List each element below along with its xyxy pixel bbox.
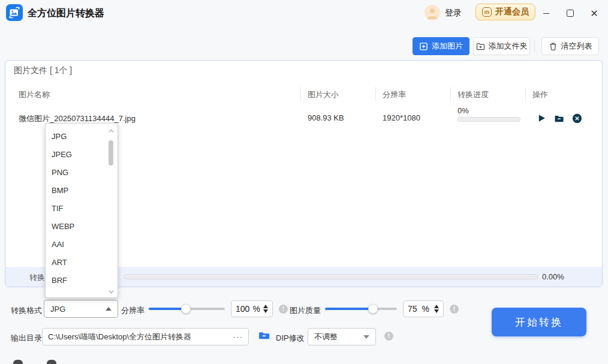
user-avatar[interactable] [425, 5, 440, 20]
format-dropdown-list: JPG JPEG PNG BMP TIF WEBP AAI ART BRF [45, 123, 118, 298]
dip-value: 不调整 [314, 332, 338, 342]
quality-stepper[interactable] [434, 305, 439, 313]
vip-button-label: 开通会员 [495, 7, 529, 17]
overall-progress-bar [124, 274, 538, 279]
browse-button[interactable]: ··· [233, 332, 243, 341]
quality-value: 75 [408, 304, 417, 314]
stepper-up-icon[interactable] [263, 305, 268, 308]
minimize-icon: ─ [543, 8, 549, 18]
chevron-down-icon [363, 335, 369, 339]
trash-icon [549, 42, 558, 51]
output-path-value: C:\Users\喵喵\Desktop\全方位图片转换器 [48, 332, 191, 342]
app-title: 全方位图片转换器 [28, 7, 104, 20]
resolution-unit: % [252, 304, 260, 314]
add-folder-label: 添加文件夹 [489, 41, 528, 52]
add-folder-button[interactable]: 添加文件夹 [473, 37, 530, 55]
output-path-field[interactable]: C:\Users\喵喵\Desktop\全方位图片转换器 ··· [42, 328, 249, 345]
resolution-slider[interactable] [149, 308, 225, 310]
quality-spinbox[interactable]: 75 % [403, 300, 444, 317]
file-size: 908.93 KB [308, 113, 344, 122]
image-convert-icon [6, 4, 23, 21]
quality-slider-thumb[interactable] [368, 304, 378, 314]
resolution-value: 100 [236, 304, 249, 314]
row-progress-percent: 0% [457, 106, 469, 115]
output-dir-label: 输出目录 [11, 333, 42, 344]
resolution-slider-fill [149, 308, 186, 310]
column-header-name: 图片名称 [19, 89, 50, 100]
dropdown-scrollbar[interactable] [107, 127, 115, 295]
close-circle-icon [572, 113, 582, 124]
format-label: 转换格式 [11, 305, 42, 316]
column-header-progress: 转换进度 [457, 89, 489, 100]
scrollbar-thumb[interactable] [109, 140, 113, 166]
stepper-down-icon[interactable] [434, 309, 439, 313]
close-icon: ✕ [590, 8, 598, 19]
resolution-stepper[interactable] [263, 305, 268, 313]
column-header-size: 图片大小 [308, 89, 339, 100]
quality-info-icon[interactable]: ! [450, 305, 459, 314]
add-image-label: 添加图片 [432, 41, 463, 52]
folder-icon [554, 114, 564, 123]
column-header-resolution: 分辨率 [383, 89, 406, 100]
scroll-up-icon[interactable] [107, 127, 115, 134]
chevron-up-icon [106, 307, 112, 311]
convert-play-button[interactable] [536, 113, 547, 124]
file-resolution: 1920*1080 [383, 113, 420, 122]
quality-slider-fill [325, 308, 373, 310]
format-combobox[interactable]: JPG [44, 300, 118, 318]
open-folder-button[interactable] [553, 113, 564, 124]
overall-progress-percent: 0.00% [542, 272, 564, 281]
maximize-icon [567, 10, 574, 17]
quality-slider[interactable] [325, 308, 397, 310]
row-progress-bar [457, 117, 520, 122]
add-image-icon [419, 42, 428, 51]
resolution-spinbox[interactable]: 100 % [231, 300, 273, 317]
column-divider [300, 87, 301, 101]
resolution-info-icon[interactable]: ! [279, 305, 288, 314]
resolution-slider-thumb[interactable] [181, 304, 191, 314]
login-link[interactable]: 登录 [445, 8, 462, 19]
stepper-up-icon[interactable] [434, 305, 439, 308]
format-value: JPG [50, 305, 65, 314]
person-icon [425, 5, 440, 20]
minimize-button[interactable]: ─ [538, 5, 554, 21]
play-icon [537, 113, 546, 123]
statusbar-partial-icon [13, 360, 23, 364]
dip-select[interactable]: 不调整 [308, 328, 376, 345]
scroll-down-icon[interactable] [107, 288, 115, 295]
quality-label: 图片质量 [290, 305, 321, 316]
quality-unit: % [422, 304, 429, 314]
remove-file-button[interactable] [571, 113, 582, 124]
add-image-button[interactable]: 添加图片 [413, 37, 469, 55]
column-divider [450, 87, 451, 101]
close-button[interactable]: ✕ [586, 5, 602, 21]
blue-folder-icon [258, 330, 270, 341]
dip-info-icon[interactable]: ! [384, 332, 393, 341]
clear-list-button[interactable]: 清空列表 [541, 37, 599, 55]
clear-list-label: 清空列表 [561, 41, 592, 52]
column-divider [525, 87, 526, 101]
app-logo-icon [6, 4, 23, 21]
column-divider [375, 87, 376, 101]
app-window: 全方位图片转换器 登录 开通会员 ─ ✕ 添加图片 添加文件夹 [0, 0, 608, 364]
column-header-actions: 操作 [532, 89, 548, 100]
open-output-folder-button[interactable] [258, 330, 270, 343]
start-convert-button[interactable]: 开始转换 [492, 308, 586, 336]
statusbar-partial-icon [47, 360, 56, 364]
folder-plus-icon [476, 42, 485, 51]
vip-button[interactable]: 开通会员 [475, 4, 535, 20]
toolbar-divider [534, 40, 535, 52]
maximize-button[interactable] [562, 5, 578, 21]
stepper-down-icon[interactable] [263, 309, 268, 313]
crown-icon [482, 7, 492, 17]
dip-label: DIP修改 [276, 333, 305, 344]
resolution-label: 分辨率 [121, 305, 145, 316]
panel-title: 图片文件 [ 1个 ] [14, 65, 72, 76]
